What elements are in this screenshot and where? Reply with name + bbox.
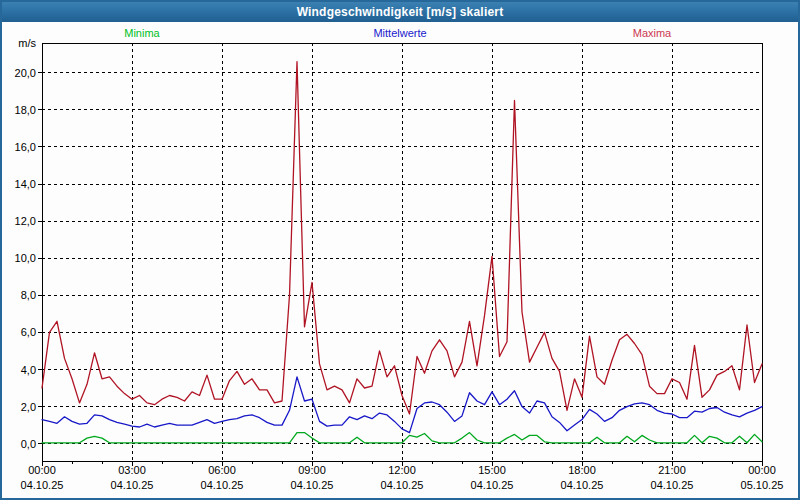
x-tick-date-label: 05.10.25 bbox=[741, 479, 784, 491]
y-tick-label: 16,0 bbox=[15, 141, 36, 153]
wind-speed-chart: 20,018,016,014,012,010,08,06,04,02,00,0m… bbox=[2, 2, 800, 500]
application-window: Windgeschwindigkeit [m/s] skaliert Minim… bbox=[0, 0, 800, 500]
y-tick-label: 12,0 bbox=[15, 215, 36, 227]
x-tick-time-label: 00:00 bbox=[748, 464, 776, 476]
y-tick-label: 8,0 bbox=[21, 289, 36, 301]
x-tick-time-label: 00:00 bbox=[28, 464, 56, 476]
y-tick-label: 6,0 bbox=[21, 326, 36, 338]
x-tick-date-label: 04.10.25 bbox=[381, 479, 424, 491]
x-tick-time-label: 12:00 bbox=[388, 464, 416, 476]
x-tick-time-label: 18:00 bbox=[568, 464, 596, 476]
x-tick-date-label: 04.10.25 bbox=[291, 479, 334, 491]
y-tick-label: 20,0 bbox=[15, 67, 36, 79]
x-tick-date-label: 04.10.25 bbox=[651, 479, 694, 491]
x-tick-time-label: 15:00 bbox=[478, 464, 506, 476]
y-axis-unit-label: m/s bbox=[18, 37, 36, 49]
x-tick-time-label: 21:00 bbox=[658, 464, 686, 476]
x-tick-time-label: 03:00 bbox=[118, 464, 146, 476]
x-tick-time-label: 09:00 bbox=[298, 464, 326, 476]
y-tick-label: 2,0 bbox=[21, 401, 36, 413]
y-tick-label: 18,0 bbox=[15, 104, 36, 116]
x-tick-date-label: 04.10.25 bbox=[561, 479, 604, 491]
y-tick-label: 0,0 bbox=[21, 438, 36, 450]
x-tick-date-label: 04.10.25 bbox=[21, 479, 64, 491]
y-tick-label: 10,0 bbox=[15, 252, 36, 264]
x-tick-date-label: 04.10.25 bbox=[201, 479, 244, 491]
y-tick-label: 4,0 bbox=[21, 364, 36, 376]
y-tick-label: 14,0 bbox=[15, 178, 36, 190]
x-tick-date-label: 04.10.25 bbox=[471, 479, 514, 491]
x-tick-date-label: 04.10.25 bbox=[111, 479, 154, 491]
x-tick-time-label: 06:00 bbox=[208, 464, 236, 476]
